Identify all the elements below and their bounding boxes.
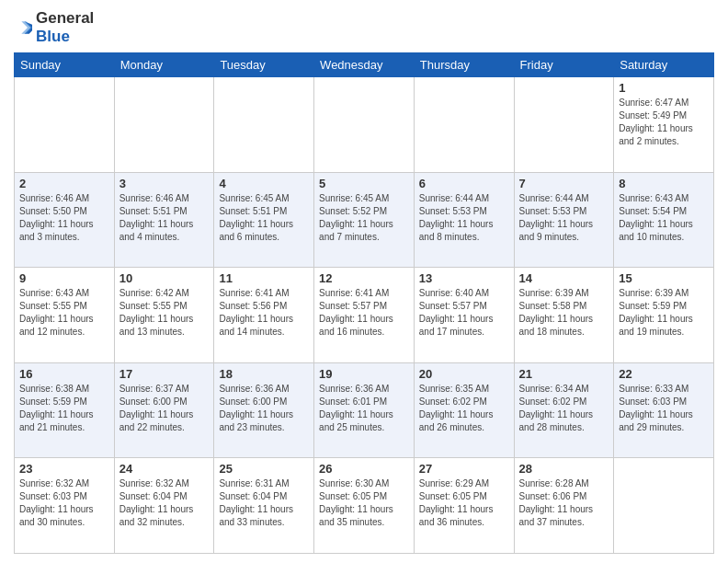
logo-text: General Blue (36, 9, 94, 45)
day-number: 12 (319, 271, 409, 285)
day-number: 8 (619, 177, 709, 190)
day-info: Sunrise: 6:28 AM Sunset: 6:06 PM Dayligh… (519, 477, 609, 529)
calendar-table: SundayMondayTuesdayWednesdayThursdayFrid… (14, 52, 714, 554)
calendar-cell: 2Sunrise: 6:46 AM Sunset: 5:50 PM Daylig… (15, 172, 115, 268)
day-number: 17 (119, 367, 210, 381)
day-number: 14 (519, 271, 609, 285)
day-info: Sunrise: 6:29 AM Sunset: 6:05 PM Dayligh… (419, 477, 509, 529)
calendar-cell (414, 77, 514, 173)
calendar-cell: 7Sunrise: 6:44 AM Sunset: 5:53 PM Daylig… (514, 172, 614, 268)
day-info: Sunrise: 6:40 AM Sunset: 5:57 PM Dayligh… (419, 287, 509, 339)
day-info: Sunrise: 6:45 AM Sunset: 5:51 PM Dayligh… (219, 192, 309, 244)
day-number: 27 (419, 462, 509, 476)
day-info: Sunrise: 6:31 AM Sunset: 6:04 PM Dayligh… (219, 477, 309, 529)
calendar-cell: 24Sunrise: 6:32 AM Sunset: 6:04 PM Dayli… (114, 458, 214, 554)
day-number: 1 (619, 81, 709, 95)
day-info: Sunrise: 6:32 AM Sunset: 6:03 PM Dayligh… (19, 477, 109, 529)
calendar-week-1: 1Sunrise: 6:47 AM Sunset: 5:49 PM Daylig… (15, 77, 714, 173)
calendar-cell: 8Sunrise: 6:43 AM Sunset: 5:54 PM Daylig… (614, 172, 714, 268)
calendar-cell: 15Sunrise: 6:39 AM Sunset: 5:59 PM Dayli… (614, 268, 714, 363)
day-info: Sunrise: 6:41 AM Sunset: 5:57 PM Dayligh… (319, 287, 409, 339)
day-number: 18 (219, 367, 309, 381)
weekday-header-monday: Monday (114, 53, 214, 77)
logo-icon (14, 18, 32, 37)
day-info: Sunrise: 6:41 AM Sunset: 5:56 PM Dayligh… (219, 287, 309, 339)
weekday-header-thursday: Thursday (414, 53, 514, 77)
calendar-cell (514, 77, 614, 173)
calendar-cell (15, 77, 115, 173)
calendar-cell: 6Sunrise: 6:44 AM Sunset: 5:53 PM Daylig… (414, 172, 514, 268)
weekday-header-sunday: Sunday (15, 53, 115, 77)
calendar-cell: 28Sunrise: 6:28 AM Sunset: 6:06 PM Dayli… (514, 458, 614, 554)
day-number: 4 (219, 177, 309, 190)
calendar-cell: 19Sunrise: 6:36 AM Sunset: 6:01 PM Dayli… (314, 362, 415, 458)
day-number: 20 (419, 367, 509, 381)
calendar-cell: 1Sunrise: 6:47 AM Sunset: 5:49 PM Daylig… (614, 77, 714, 173)
day-number: 15 (619, 271, 709, 285)
day-info: Sunrise: 6:35 AM Sunset: 6:02 PM Dayligh… (419, 383, 509, 434)
day-info: Sunrise: 6:39 AM Sunset: 5:58 PM Dayligh… (519, 287, 609, 339)
weekday-header-wednesday: Wednesday (314, 53, 415, 77)
day-number: 19 (319, 367, 409, 381)
calendar-cell: 18Sunrise: 6:36 AM Sunset: 6:00 PM Dayli… (214, 362, 314, 458)
day-number: 26 (319, 462, 409, 476)
day-info: Sunrise: 6:33 AM Sunset: 6:03 PM Dayligh… (619, 383, 709, 434)
day-number: 3 (119, 177, 210, 190)
calendar-cell (214, 77, 314, 173)
calendar-header-row: SundayMondayTuesdayWednesdayThursdayFrid… (15, 53, 714, 77)
weekday-header-saturday: Saturday (614, 53, 714, 77)
day-info: Sunrise: 6:43 AM Sunset: 5:55 PM Dayligh… (19, 287, 109, 339)
calendar-cell (314, 77, 415, 173)
day-number: 22 (619, 367, 709, 381)
day-number: 23 (19, 462, 109, 476)
calendar-cell: 12Sunrise: 6:41 AM Sunset: 5:57 PM Dayli… (314, 268, 415, 363)
calendar-cell: 17Sunrise: 6:37 AM Sunset: 6:00 PM Dayli… (114, 362, 214, 458)
calendar-cell: 25Sunrise: 6:31 AM Sunset: 6:04 PM Dayli… (214, 458, 314, 554)
day-info: Sunrise: 6:36 AM Sunset: 6:01 PM Dayligh… (319, 383, 409, 434)
day-number: 24 (119, 462, 210, 476)
calendar-cell: 26Sunrise: 6:30 AM Sunset: 6:05 PM Dayli… (314, 458, 415, 554)
calendar-cell: 14Sunrise: 6:39 AM Sunset: 5:58 PM Dayli… (514, 268, 614, 363)
calendar-cell: 22Sunrise: 6:33 AM Sunset: 6:03 PM Dayli… (614, 362, 714, 458)
page-header: General Blue (14, 9, 714, 45)
calendar-cell: 3Sunrise: 6:46 AM Sunset: 5:51 PM Daylig… (114, 172, 214, 268)
day-number: 25 (219, 462, 309, 476)
calendar-cell: 16Sunrise: 6:38 AM Sunset: 5:59 PM Dayli… (15, 362, 115, 458)
day-number: 2 (19, 177, 109, 190)
day-info: Sunrise: 6:42 AM Sunset: 5:55 PM Dayligh… (119, 287, 210, 339)
day-number: 10 (119, 271, 210, 285)
calendar-cell (614, 458, 714, 554)
day-number: 21 (519, 367, 609, 381)
day-number: 6 (419, 177, 509, 190)
calendar-cell: 4Sunrise: 6:45 AM Sunset: 5:51 PM Daylig… (214, 172, 314, 268)
day-info: Sunrise: 6:43 AM Sunset: 5:54 PM Dayligh… (619, 192, 709, 244)
day-number: 11 (219, 271, 309, 285)
day-number: 7 (519, 177, 609, 190)
day-info: Sunrise: 6:45 AM Sunset: 5:52 PM Dayligh… (319, 192, 409, 244)
day-info: Sunrise: 6:44 AM Sunset: 5:53 PM Dayligh… (519, 192, 609, 244)
day-number: 28 (519, 462, 609, 476)
day-number: 13 (419, 271, 509, 285)
calendar-cell: 13Sunrise: 6:40 AM Sunset: 5:57 PM Dayli… (414, 268, 514, 363)
weekday-header-tuesday: Tuesday (214, 53, 314, 77)
calendar-cell: 10Sunrise: 6:42 AM Sunset: 5:55 PM Dayli… (114, 268, 214, 363)
logo: General Blue (14, 9, 94, 45)
day-info: Sunrise: 6:34 AM Sunset: 6:02 PM Dayligh… (519, 383, 609, 434)
day-info: Sunrise: 6:36 AM Sunset: 6:00 PM Dayligh… (219, 383, 309, 434)
weekday-header-friday: Friday (514, 53, 614, 77)
calendar-cell (114, 77, 214, 173)
day-info: Sunrise: 6:30 AM Sunset: 6:05 PM Dayligh… (319, 477, 409, 529)
day-info: Sunrise: 6:39 AM Sunset: 5:59 PM Dayligh… (619, 287, 709, 339)
day-info: Sunrise: 6:32 AM Sunset: 6:04 PM Dayligh… (119, 477, 210, 529)
calendar-week-4: 16Sunrise: 6:38 AM Sunset: 5:59 PM Dayli… (15, 362, 714, 458)
day-info: Sunrise: 6:46 AM Sunset: 5:50 PM Dayligh… (19, 192, 109, 244)
calendar-cell: 27Sunrise: 6:29 AM Sunset: 6:05 PM Dayli… (414, 458, 514, 554)
calendar-cell: 5Sunrise: 6:45 AM Sunset: 5:52 PM Daylig… (314, 172, 415, 268)
day-info: Sunrise: 6:44 AM Sunset: 5:53 PM Dayligh… (419, 192, 509, 244)
calendar-cell: 11Sunrise: 6:41 AM Sunset: 5:56 PM Dayli… (214, 268, 314, 363)
calendar-cell: 21Sunrise: 6:34 AM Sunset: 6:02 PM Dayli… (514, 362, 614, 458)
day-info: Sunrise: 6:47 AM Sunset: 5:49 PM Dayligh… (619, 97, 709, 148)
day-number: 5 (319, 177, 409, 190)
day-info: Sunrise: 6:46 AM Sunset: 5:51 PM Dayligh… (119, 192, 210, 244)
calendar-week-5: 23Sunrise: 6:32 AM Sunset: 6:03 PM Dayli… (15, 458, 714, 554)
